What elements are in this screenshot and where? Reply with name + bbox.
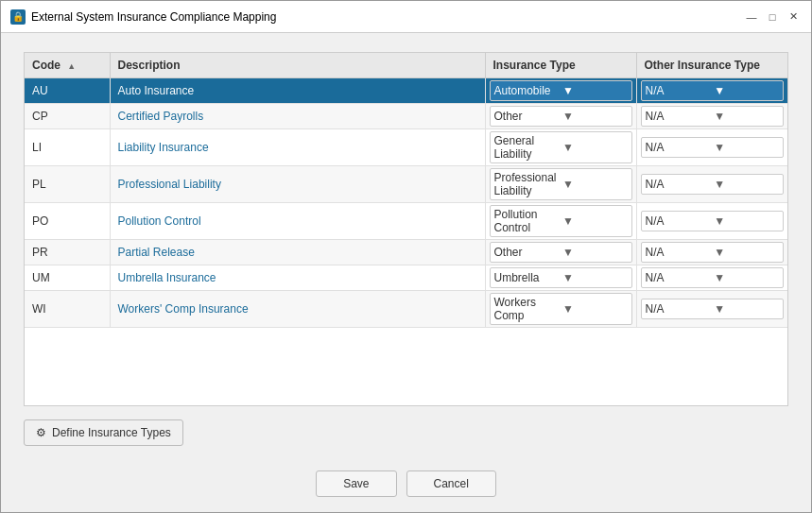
- cell-code: UM: [25, 265, 110, 291]
- dropdown-arrow-icon: ▼: [714, 110, 779, 123]
- cell-description: Partial Release: [110, 240, 485, 265]
- main-content: Code ▲ Description Insurance Type Other …: [1, 33, 811, 461]
- title-bar: 🔒 External System Insurance Compliance M…: [1, 1, 811, 33]
- cell-description: Professional Liability: [110, 166, 485, 203]
- table-header-row: Code ▲ Description Insurance Type Other …: [25, 53, 787, 78]
- dropdown-arrow-icon: ▼: [562, 214, 628, 228]
- dropdown-arrow-icon: ▼: [562, 246, 628, 259]
- cell-description: Certified Payrolls: [110, 104, 485, 129]
- dropdown-arrow-icon: ▼: [562, 110, 628, 123]
- cell-other-insurance-type[interactable]: N/A▼: [636, 78, 787, 104]
- dropdown-arrow-icon: ▼: [714, 271, 779, 284]
- table-row[interactable]: PRPartial ReleaseOther▼N/A▼: [25, 240, 787, 265]
- cell-code: WI: [25, 291, 110, 328]
- col-header-description: Description: [110, 53, 485, 78]
- gear-icon: ⚙: [36, 426, 46, 439]
- dropdown-arrow-icon: ▼: [714, 84, 779, 97]
- cell-description: Auto Insurance: [110, 78, 485, 104]
- window-icon: 🔒: [10, 9, 26, 25]
- table-row[interactable]: CPCertified PayrollsOther▼N/A▼: [25, 104, 787, 129]
- table-body: AUAuto InsuranceAutomobile▼N/A▼CPCertifi…: [25, 78, 787, 328]
- dropdown-arrow-icon: ▼: [562, 271, 628, 284]
- col-header-other-insurance-type: Other Insurance Type: [636, 53, 787, 78]
- cell-code: LI: [25, 129, 110, 166]
- cell-insurance-type[interactable]: General Liability▼: [485, 129, 636, 166]
- dropdown-arrow-icon: ▼: [562, 84, 628, 97]
- table-row[interactable]: UMUmbrella InsuranceUmbrella▼N/A▼: [25, 265, 787, 291]
- cell-insurance-type[interactable]: Other▼: [485, 240, 636, 265]
- footer-left: ⚙ Define Insurance Types: [24, 419, 788, 446]
- cell-insurance-type[interactable]: Workers Comp▼: [485, 291, 636, 328]
- col-header-code[interactable]: Code ▲: [25, 53, 110, 78]
- window-title: External System Insurance Compliance Map…: [31, 10, 276, 24]
- col-header-insurance-type: Insurance Type: [485, 53, 636, 78]
- cell-other-insurance-type[interactable]: N/A▼: [636, 104, 787, 129]
- dropdown-arrow-icon: ▼: [562, 302, 628, 316]
- description-text: Partial Release: [118, 246, 195, 259]
- cell-description: Umbrella Insurance: [110, 265, 485, 291]
- cell-code: CP: [25, 104, 110, 129]
- sort-icon-code: ▲: [67, 61, 76, 71]
- cell-insurance-type[interactable]: Pollution Control▼: [485, 203, 636, 240]
- dropdown-arrow-icon: ▼: [714, 246, 779, 259]
- cell-other-insurance-type[interactable]: N/A▼: [636, 166, 787, 203]
- define-insurance-types-button[interactable]: ⚙ Define Insurance Types: [24, 419, 183, 446]
- maximize-button[interactable]: □: [764, 9, 781, 26]
- cell-description: Workers' Comp Insurance: [110, 291, 485, 328]
- table-row[interactable]: AUAuto InsuranceAutomobile▼N/A▼: [25, 78, 787, 104]
- description-text: Certified Payrolls: [118, 110, 204, 123]
- cell-other-insurance-type[interactable]: N/A▼: [636, 129, 787, 166]
- cell-code: PO: [25, 203, 110, 240]
- data-table-container: Code ▲ Description Insurance Type Other …: [24, 52, 788, 406]
- dropdown-arrow-icon: ▼: [714, 141, 779, 154]
- footer-buttons: Save Cancel: [1, 461, 811, 512]
- dropdown-arrow-icon: ▼: [562, 141, 628, 154]
- cell-code: PL: [25, 166, 110, 203]
- cell-insurance-type[interactable]: Other▼: [485, 104, 636, 129]
- cell-code: PR: [25, 240, 110, 265]
- dropdown-arrow-icon: ▼: [714, 302, 779, 316]
- description-text: Auto Insurance: [118, 84, 195, 97]
- cell-description: Liability Insurance: [110, 129, 485, 166]
- dropdown-arrow-icon: ▼: [562, 178, 628, 191]
- description-text: Umbrella Insurance: [118, 271, 216, 284]
- minimize-button[interactable]: —: [743, 9, 760, 26]
- cell-other-insurance-type[interactable]: N/A▼: [636, 203, 787, 240]
- close-button[interactable]: ✕: [785, 9, 802, 26]
- table-row[interactable]: LILiability InsuranceGeneral Liability▼N…: [25, 129, 787, 166]
- cell-other-insurance-type[interactable]: N/A▼: [636, 265, 787, 291]
- cancel-button[interactable]: Cancel: [406, 470, 496, 497]
- description-text: Liability Insurance: [118, 141, 209, 154]
- cell-code: AU: [25, 78, 110, 104]
- cell-insurance-type[interactable]: Umbrella▼: [485, 265, 636, 291]
- description-text: Professional Liability: [118, 178, 221, 191]
- description-text: Workers' Comp Insurance: [118, 302, 249, 316]
- cell-other-insurance-type[interactable]: N/A▼: [636, 240, 787, 265]
- main-window: 🔒 External System Insurance Compliance M…: [0, 0, 812, 513]
- table-row[interactable]: POPollution ControlPollution Control▼N/A…: [25, 203, 787, 240]
- description-text: Pollution Control: [118, 214, 201, 228]
- cell-insurance-type[interactable]: Automobile▼: [485, 78, 636, 104]
- dropdown-arrow-icon: ▼: [714, 214, 779, 228]
- save-button[interactable]: Save: [316, 470, 396, 497]
- table-row[interactable]: PLProfessional LiabilityProfessional Lia…: [25, 166, 787, 203]
- title-bar-left: 🔒 External System Insurance Compliance M…: [10, 9, 276, 25]
- cell-description: Pollution Control: [110, 203, 485, 240]
- title-controls: — □ ✕: [743, 9, 802, 26]
- insurance-table: Code ▲ Description Insurance Type Other …: [25, 53, 787, 328]
- cell-other-insurance-type[interactable]: N/A▼: [636, 291, 787, 328]
- cell-insurance-type[interactable]: Professional Liability▼: [485, 166, 636, 203]
- table-row[interactable]: WIWorkers' Comp InsuranceWorkers Comp▼N/…: [25, 291, 787, 328]
- dropdown-arrow-icon: ▼: [714, 178, 779, 191]
